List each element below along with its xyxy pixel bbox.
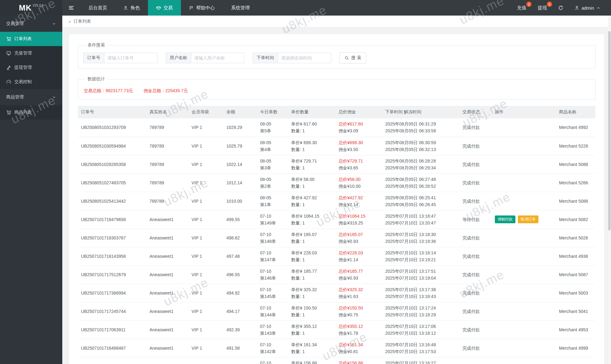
- column-header: 下单时间 解冻时间: [382, 106, 459, 118]
- cell-balance: 496.55: [223, 265, 257, 284]
- nav-item-label: 交易: [163, 5, 173, 11]
- menu-icon: [69, 5, 74, 11]
- nav-item-system[interactable]: 系统管理: [223, 0, 258, 16]
- sidebar-item-label: 提现管理: [14, 65, 32, 70]
- cell-total-commission: 总价¥228.03佣金¥1.14: [335, 247, 382, 265]
- cell-today-orders: 08-05第3单: [257, 155, 288, 173]
- cell-vip-level: VIP 1: [188, 118, 223, 137]
- cell-order-no: UB2508051027483705: [78, 173, 146, 192]
- cell-merchant: Merchant 4938: [556, 247, 595, 265]
- cell-merchant: Merchant 5082: [556, 210, 595, 229]
- withdraw-button[interactable]: 提现 5: [532, 0, 552, 16]
- cell-balance: 1025.79: [223, 137, 257, 155]
- cell-actions: [492, 302, 556, 320]
- order-table-wrap: 订单号真实姓名会员等级余额今日单数单价数量总价佣金下单时间 解冻时间交易状态操作…: [78, 106, 595, 364]
- top-navbar: MK V25.3.6 后台首页 角色: [0, 0, 611, 16]
- cancel-order-button[interactable]: 取消订单: [518, 215, 538, 223]
- nav-item-label: 帮助中心: [196, 5, 215, 11]
- search-form: 订单号 用户名称 下单时间 搜 索: [83, 52, 590, 64]
- cell-actions: [492, 320, 556, 339]
- user-menu[interactable]: admin: [569, 0, 606, 16]
- search-panel-legend: 条件搜索: [85, 42, 107, 48]
- cell-balance: 490.80: [223, 357, 257, 364]
- cell-real-name: Aneasweet1: [146, 265, 188, 284]
- nav-item-dashboard[interactable]: 后台首页: [80, 0, 115, 16]
- cell-order-no: UB2507101718143958: [78, 247, 146, 265]
- cell-actions: [492, 247, 556, 265]
- sidebar-item-label: 充值管理: [14, 50, 32, 56]
- cell-real-name: Aneasweet1: [146, 302, 188, 320]
- cell-price-qty: 单价¥ 150.50数量: 1: [288, 302, 335, 320]
- sidebar-item-trade-control[interactable]: 交易控制: [0, 75, 62, 89]
- cell-real-name: 789789: [146, 173, 188, 192]
- nav-item-label: 系统管理: [231, 5, 250, 11]
- column-header: 真实姓名: [146, 106, 188, 118]
- gavel-icon: [6, 65, 11, 70]
- cell-actions: [492, 229, 556, 247]
- cell-balance: 491.58: [223, 339, 257, 357]
- sidebar-item-product-list[interactable]: 商品列表: [0, 105, 62, 120]
- cell-price-qty: 单价¥ 325.32数量: 1: [288, 284, 335, 302]
- nav-item-roles[interactable]: 角色: [115, 0, 148, 16]
- cell-actions: [492, 155, 556, 173]
- cell-merchant: Merchant 5026: [556, 229, 595, 247]
- search-button[interactable]: 搜 索: [339, 52, 366, 64]
- username-input[interactable]: [191, 53, 244, 63]
- cell-times: 2025年08月05日 06:27:482025年08月05日 06:28:52: [382, 173, 459, 192]
- nav-item-trade[interactable]: 交易: [148, 0, 181, 16]
- cell-today-orders: 08-05第1单: [257, 192, 288, 210]
- order-time-input[interactable]: [278, 53, 331, 63]
- main-area: » 订单列表 条件搜索 订单号 用户名称 下单时间: [62, 16, 611, 364]
- content-card: 条件搜索 订单号 用户名称 下单时间: [69, 34, 604, 364]
- cell-balance: 499.55: [223, 210, 257, 229]
- cell-total-commission: 总价¥325.32佣金¥1.63: [335, 284, 382, 302]
- refresh-button[interactable]: [552, 0, 569, 16]
- cell-trade-status: 完成付款: [459, 173, 492, 192]
- cell-times: 2025年08月05日 06:28:282025年08月05日 06:29:34: [382, 155, 459, 173]
- cell-trade-status: 完成付款: [459, 192, 492, 210]
- cell-merchant: Merchant 5228: [556, 137, 595, 155]
- table-row: UB2507101716488487 Aneasweet1 VIP 1 491.…: [78, 339, 595, 357]
- cell-total-commission: 总价¥1064.15佣金¥319.25: [335, 210, 382, 229]
- cell-price-qty: 单价¥ 617.60数量: 1: [288, 118, 335, 137]
- recharge-button[interactable]: 充值 2: [511, 0, 532, 16]
- stats-panel-legend: 数据统计: [85, 76, 107, 82]
- order-no-input[interactable]: [104, 53, 158, 63]
- cell-price-qty: 单价¥ 699.30数量: 1: [288, 137, 335, 155]
- cell-actions: [492, 357, 556, 364]
- sidebar-submenu-product: 商品列表: [0, 105, 62, 120]
- logo-version: V25.3.6: [33, 0, 43, 7]
- sidebar-item-recharge-management[interactable]: 充值管理: [0, 46, 62, 60]
- cell-vip-level: VIP 1: [188, 247, 223, 265]
- sidebar-toggle-button[interactable]: [62, 0, 80, 16]
- cell-times: 2025年07月10日 13:18:472025年07月10日 13:20:47: [382, 210, 459, 229]
- cell-order-no: UB2508051028285358: [78, 155, 146, 173]
- user-icon: [575, 6, 579, 10]
- cell-balance: 1012.14: [223, 173, 257, 192]
- sidebar-group-trade-management[interactable]: 交易管理: [0, 16, 62, 32]
- nav-item-help-center[interactable]: 帮助中心: [181, 0, 223, 16]
- cell-trade-status: 完成付款: [459, 284, 492, 302]
- scrollbar-thumb[interactable]: [608, 31, 611, 230]
- cell-times: 2025年08月05日 06:25:412025年08月05日 06:26:45: [382, 192, 459, 210]
- scrollbar-track[interactable]: [608, 16, 611, 364]
- cell-trade-status: 完成付款: [459, 302, 492, 320]
- cell-actions: [492, 284, 556, 302]
- column-header: 订单号: [78, 106, 146, 118]
- cell-order-no: UB2507101716488487: [78, 339, 146, 357]
- cell-today-orders: 07-10第143单: [257, 320, 288, 339]
- sidebar-item-withdraw-management[interactable]: 提现管理: [0, 60, 62, 75]
- search-panel: 条件搜索 订单号 用户名称 下单时间: [78, 42, 595, 69]
- cell-order-no: UB2507101716274829: [78, 357, 146, 364]
- order-time-field: 下单时间: [253, 53, 331, 63]
- force-pay-button[interactable]: 强制付款: [495, 215, 515, 223]
- table-row: UB2508051030594984 789789 VIP 1 1025.79 …: [78, 137, 595, 155]
- logo-text: MK: [19, 3, 32, 12]
- sidebar-group-product-management[interactable]: 商品管理: [0, 89, 62, 105]
- cell-today-orders: 08-05第5单: [257, 118, 288, 137]
- table-row: UB2507101717063911 Aneasweet1 VIP 1 492.…: [78, 320, 595, 339]
- cell-order-no: UB2507101717063911: [78, 320, 146, 339]
- cell-vip-level: VIP 1: [188, 210, 223, 229]
- sidebar-item-order-list[interactable]: 订单列表: [0, 32, 62, 46]
- cell-total-commission: 总价¥427.92佣金¥2.14: [335, 192, 382, 210]
